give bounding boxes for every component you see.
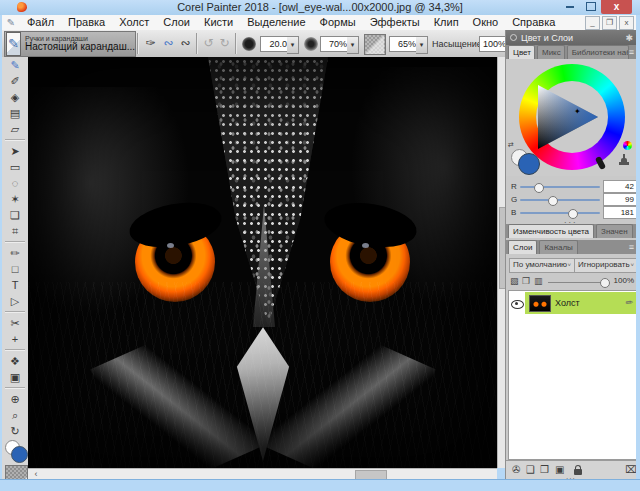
mdi-window-controls: _ ❐ x [585, 16, 634, 30]
layer-opacity-slider[interactable] [548, 282, 606, 283]
rotate-right-icon[interactable]: ↻ [216, 35, 233, 52]
eraser-tool[interactable]: ▱ [2, 121, 28, 137]
close-button[interactable]: x [601, 0, 632, 14]
crop-tool[interactable]: ⌗ [2, 223, 28, 239]
green-slider-thumb[interactable] [548, 196, 558, 206]
text-tool[interactable]: T [2, 277, 28, 293]
mdi-restore-button[interactable]: ❐ [602, 16, 617, 30]
minimize-button[interactable] [559, 0, 580, 13]
tab-channels[interactable]: Каналы [539, 240, 577, 254]
sv-marker-icon[interactable]: ✦ [574, 107, 581, 116]
layer-adjuster-tool[interactable]: ➤ [2, 143, 28, 159]
layer-opacity-thumb[interactable] [600, 278, 610, 288]
menu-canvas[interactable]: Холст [112, 15, 156, 30]
tab-mixer[interactable]: Микс [537, 45, 565, 59]
layers-panel-menu-icon[interactable]: ≡ [629, 241, 634, 254]
menu-clip[interactable]: Клип [427, 15, 466, 30]
menu-edit[interactable]: Правка [61, 15, 112, 30]
tab-value[interactable]: Значен [596, 224, 633, 238]
menu-brushes[interactable]: Кисти [197, 15, 240, 30]
menu-select[interactable]: Выделение [240, 15, 312, 30]
rect-select-tool[interactable]: ▭ [2, 159, 28, 175]
color-panel-menu-icon[interactable]: ≡ [629, 46, 634, 59]
rect-shape-tool[interactable]: □ [2, 261, 28, 277]
scissors-tool[interactable]: ✂ [2, 315, 28, 331]
menu-file[interactable]: Файл [20, 15, 61, 30]
grain-dropdown[interactable]: ▾ [416, 36, 428, 54]
mixer-hand-tool[interactable]: ❖ [2, 353, 28, 369]
dynamic-plugins-icon[interactable]: ✇ [512, 464, 520, 475]
mini-color-wheel-icon[interactable] [623, 141, 632, 150]
tab-color-libraries[interactable]: Библиотеки наб [567, 45, 629, 59]
blue-value[interactable]: 181 [603, 206, 637, 219]
docker-header[interactable]: Цвет и Слои ✱ [506, 30, 637, 45]
layer-mask-icon[interactable]: ▣ [555, 464, 564, 475]
grabber-tool[interactable]: ⊕ [2, 391, 28, 407]
docker-gear-icon[interactable]: ✱ [625, 33, 633, 43]
mdi-minimize-button[interactable]: _ [585, 16, 600, 30]
paper-grain-icon[interactable] [364, 34, 386, 55]
layer-composite-row: ˅ По умолчанию ˅ Игнорировать [506, 256, 637, 273]
maximize-button[interactable] [580, 0, 601, 13]
main-color-swatch[interactable] [518, 153, 540, 175]
group-layers-icon[interactable]: ❑ [526, 464, 535, 475]
gradient-tool[interactable]: ▤ [2, 105, 28, 121]
magnifier-tool[interactable]: ⌕ [2, 407, 28, 423]
opacity-field[interactable]: 70% [320, 36, 350, 52]
stroke-squiggle-active-icon[interactable]: ∾ [160, 35, 177, 52]
tab-color[interactable]: Цвет [508, 45, 535, 59]
dropper-tool[interactable]: ✐ [2, 73, 28, 89]
preserve-transparency-icon[interactable]: ▧ [510, 276, 519, 286]
tab-layers[interactable]: Слои [508, 240, 537, 254]
pen-tool[interactable]: ✏ [2, 245, 28, 261]
menu-window[interactable]: Окно [466, 15, 506, 30]
brush-size-dab-icon[interactable] [242, 37, 256, 51]
cloner-tool[interactable]: ▣ [2, 369, 28, 385]
menu-effects[interactable]: Эффекты [363, 15, 427, 30]
brush-tool[interactable]: ✎ [2, 57, 28, 73]
brush-selector[interactable]: ✎ Ручки и карандаши Настоящий карандаш..… [4, 31, 136, 57]
layer-link-icon[interactable]: ▥ [534, 276, 543, 286]
shape-select-tool[interactable]: ▷ [2, 293, 28, 309]
canvas-document[interactable] [28, 57, 497, 468]
swap-colors-icon[interactable]: ⇄ [508, 141, 514, 149]
green-value[interactable]: 99 [603, 193, 637, 206]
magic-wand-tool[interactable]: ✶ [2, 191, 28, 207]
main-additional-colors[interactable] [5, 440, 27, 462]
menu-shapes[interactable]: Формы [313, 15, 363, 30]
red-value[interactable]: 42 [603, 180, 637, 193]
stroke-squiggle-icon[interactable]: ∾ [177, 35, 194, 52]
opacity-dropdown[interactable]: ▾ [347, 36, 359, 54]
docker-collapse-icon[interactable] [510, 34, 517, 41]
composite-method-dropdown[interactable]: ˅ По умолчанию [509, 258, 575, 273]
red-slider-thumb[interactable] [534, 183, 544, 193]
main-color-swatch[interactable] [11, 446, 28, 463]
transform-tool[interactable]: ❏ [2, 207, 28, 223]
composite-depth-dropdown[interactable]: ˅ Игнорировать [574, 258, 638, 273]
opacity-dab-icon[interactable] [304, 37, 318, 51]
layer-row-canvas[interactable]: Холст ✐ [509, 292, 636, 314]
rotate-page-tool[interactable]: ↻ [2, 423, 28, 439]
lasso-tool[interactable]: ◌ [2, 175, 28, 191]
title-bar[interactable]: Corel Painter 2018 - [owl_eye-wal...00x2… [0, 0, 640, 15]
mdi-close-button[interactable]: x [619, 16, 634, 30]
clone-color-stamp-icon[interactable] [617, 153, 631, 165]
delete-layer-icon[interactable]: ⌧ [625, 464, 637, 475]
new-layer-icon[interactable]: ❐ [540, 464, 549, 475]
brush-size-dropdown[interactable]: ▾ [287, 36, 299, 54]
brush-size-field[interactable]: 20.0 [260, 36, 290, 52]
green-slider[interactable] [520, 199, 600, 201]
menu-help[interactable]: Справка [505, 15, 562, 30]
pen-hand-icon[interactable]: ✑ [142, 35, 159, 52]
paint-bucket-tool[interactable]: ◈ [2, 89, 28, 105]
saturation-field[interactable]: 100% [479, 36, 505, 52]
grain-field[interactable]: 65% [389, 36, 419, 52]
rotate-left-icon[interactable]: ↺ [200, 35, 217, 52]
pickup-underlying-icon[interactable]: ❐ [522, 276, 530, 286]
layer-visibility-icon[interactable] [511, 300, 524, 309]
menu-layers[interactable]: Слои [156, 15, 197, 30]
point-edit-tool[interactable]: + [2, 331, 28, 347]
red-slider[interactable] [520, 186, 600, 188]
tab-color-variability[interactable]: Изменчивость цвета [508, 224, 594, 238]
blue-slider[interactable] [520, 212, 600, 214]
